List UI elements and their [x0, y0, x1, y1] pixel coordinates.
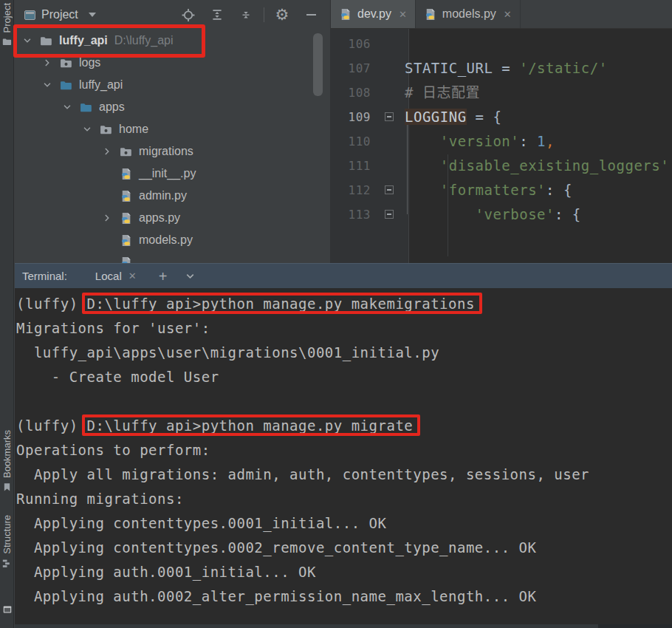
chevron-down-icon[interactable] [61, 101, 74, 113]
close-icon[interactable]: ✕ [399, 9, 407, 20]
stripe-label-structure: Structure [1, 515, 13, 554]
folder-icon [2, 37, 12, 47]
chevron-down-icon[interactable] [21, 35, 34, 47]
tab-label: dev.py [357, 7, 391, 21]
tree-item-apps[interactable]: apps [15, 96, 330, 118]
code-line-113: 113 'verbose': { [331, 202, 672, 227]
fold-marker-icon[interactable] [385, 210, 394, 219]
chevron-spacer [100, 190, 114, 202]
code-text: 'verbose': { [402, 202, 581, 227]
stripe-button-project[interactable]: Project [0, 3, 14, 47]
terminal-line-11: Applying auth.0001_initial... OK [16, 560, 672, 584]
stripe-button-structure[interactable]: Structure [0, 515, 14, 568]
folder-dot-icon [100, 123, 112, 136]
line-number: 110 [331, 129, 378, 154]
toolbar-separator [264, 7, 264, 22]
editor-tab-models.py[interactable]: models.py✕ [416, 0, 521, 28]
tree-item-partial[interactable] [15, 251, 330, 263]
chevron-right-icon[interactable] [100, 212, 114, 224]
project-tool-window: Project ⚙︎ luffy_apiD:\luffy_apilogsluff… [15, 0, 330, 263]
python-file-icon [424, 8, 436, 21]
terminal-line-10: Applying contenttypes.0002_remove_conten… [16, 536, 672, 560]
python-file-icon [120, 168, 132, 180]
terminal-line-2: luffy_api\apps\user\migrations\0001_init… [16, 341, 672, 365]
new-session-icon[interactable]: + [159, 269, 168, 284]
tree-item-__init__.py[interactable]: __init__.py [15, 163, 330, 185]
code-text: 'formatters': { [402, 178, 572, 202]
tree-item-models.py[interactable]: models.py [15, 229, 330, 251]
hide-icon[interactable] [304, 8, 318, 21]
editor-tab-dev.py[interactable]: dev.py✕ [331, 0, 416, 28]
python-file-icon [339, 8, 352, 21]
project-window-icon [24, 10, 35, 20]
terminal-tab-local[interactable]: Local ✕ [95, 270, 137, 282]
tree-item-label: admin.py [139, 189, 187, 202]
folder-dot-icon [60, 57, 72, 69]
stripe-button-terminal[interactable] [0, 604, 14, 614]
tree-item-path: D:\luffy_api [114, 34, 174, 47]
code-line-106: 106 [331, 32, 672, 56]
chevron-right-icon[interactable] [41, 57, 54, 69]
code-editor[interactable]: 106107STATIC_URL = '/static/'108# 日志配置10… [331, 29, 672, 263]
terminal-line-7: Apply all migrations: admin, auth, conte… [16, 463, 672, 487]
code-lines: 106107STATIC_URL = '/static/'108# 日志配置10… [331, 32, 672, 227]
close-icon[interactable]: ✕ [504, 9, 512, 20]
chevron-down-icon[interactable] [185, 270, 196, 281]
line-number: 111 [331, 154, 378, 178]
code-line-108: 108# 日志配置 [331, 81, 672, 105]
project-scrollbar-thumb[interactable] [313, 33, 323, 96]
tree-item-admin.py[interactable]: admin.py [15, 185, 330, 207]
code-line-109: 109LOGGING = { [331, 105, 672, 129]
terminal-hscrollbar-thumb[interactable] [598, 624, 672, 628]
fold-column [378, 202, 402, 227]
tree-item-luffy_api[interactable]: luffy_api [15, 74, 330, 96]
code-text: LOGGING = { [402, 105, 501, 129]
collapse-all-icon[interactable] [239, 8, 253, 21]
chevron-down-icon[interactable] [80, 123, 94, 135]
tree-item-home[interactable]: home [15, 118, 330, 140]
prompt-prefix: (luffy) [16, 296, 87, 312]
line-number: 113 [331, 202, 378, 227]
stripe-label-project: Project [1, 3, 13, 33]
annotated-command: D:\luffy_api>python manage.py migrate [87, 417, 414, 434]
fold-marker-icon[interactable] [385, 112, 394, 121]
line-number: 112 [331, 178, 378, 202]
terminal-window-icon [2, 604, 12, 614]
tree-item-label: models.py [139, 233, 193, 247]
chevron-right-icon[interactable] [100, 146, 114, 157]
code-text: STATIC_URL = '/static/' [402, 56, 608, 81]
tree-item-luffy_api[interactable]: luffy_apiD:\luffy_api [15, 30, 330, 52]
terminal-line-12: Applying auth.0002_alter_permission_name… [16, 584, 672, 609]
terminal-label: Terminal: [22, 270, 67, 282]
tree-item-label: home [119, 123, 148, 136]
folder-dot-icon [120, 146, 132, 158]
terminal-output[interactable]: (luffy) D:\luffy_api>python manage.py ma… [15, 288, 672, 609]
settings-gear-icon[interactable]: ⚙︎ [275, 8, 289, 21]
tool-window-stripe: Project Bookmarks Structure [0, 0, 14, 628]
terminal-hscrollbar[interactable] [15, 624, 672, 628]
terminal-line-1: Migrations for 'user': [16, 316, 672, 341]
terminal-line-6: Operations to perform: [16, 438, 672, 463]
locate-icon[interactable] [182, 8, 195, 21]
project-title[interactable]: Project [41, 8, 78, 21]
stripe-button-bookmarks[interactable]: Bookmarks [0, 430, 14, 492]
code-line-111: 111 'disable_existing_loggers' [331, 154, 672, 178]
editor-panel: dev.py✕models.py✕ 106107STATIC_URL = '/s… [330, 0, 672, 263]
tree-item-label: __init__.py [139, 167, 196, 180]
tree-item-apps.py[interactable]: apps.py [15, 207, 330, 229]
fold-marker-icon[interactable] [385, 185, 394, 194]
chevron-down-icon[interactable] [89, 13, 96, 17]
python-file-icon [120, 190, 132, 202]
expand-all-icon[interactable] [210, 8, 224, 21]
tree-item-logs[interactable]: logs [15, 52, 330, 74]
fold-column [378, 56, 402, 81]
code-text: 'version': 1, [402, 129, 555, 154]
chevron-down-icon[interactable] [41, 79, 54, 91]
annotated-command: D:\luffy_api>python manage.py makemigrat… [87, 296, 475, 312]
tree-item-label: luffy_api [79, 78, 123, 92]
terminal-line-3: - Create model User [16, 365, 672, 389]
tree-item-migrations[interactable]: migrations [15, 140, 330, 163]
terminal-line-0: (luffy) D:\luffy_api>python manage.py ma… [16, 292, 672, 316]
structure-icon [2, 559, 12, 568]
close-icon[interactable]: ✕ [128, 270, 137, 281]
